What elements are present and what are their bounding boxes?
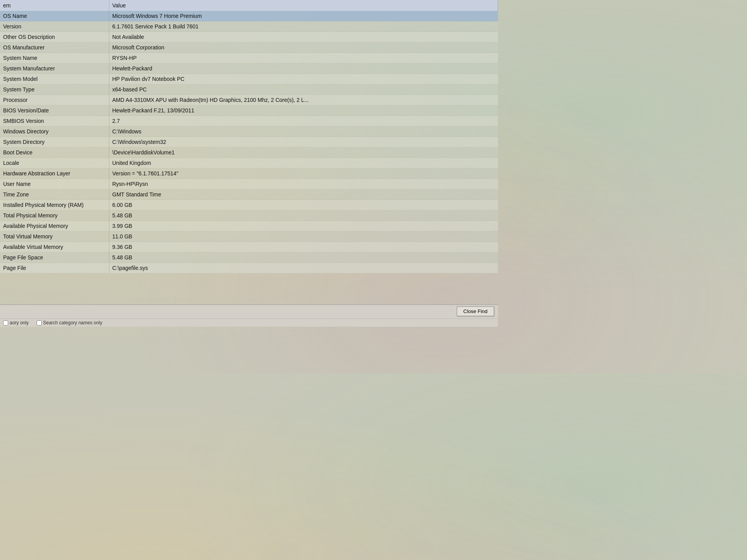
- row-item-label: Page File: [0, 263, 109, 273]
- row-item-label: Version: [0, 21, 109, 32]
- row-item-label: SMBIOS Version: [0, 116, 109, 126]
- search-category-label: Search category names only: [43, 320, 102, 326]
- search-category-checkbox[interactable]: [37, 320, 42, 326]
- table-row: Windows DirectoryC:\Windows: [0, 126, 498, 137]
- row-item-label: OS Name: [0, 11, 109, 21]
- row-item-label: System Directory: [0, 137, 109, 147]
- table-row: OS ManufacturerMicrosoft Corporation: [0, 42, 498, 53]
- find-bar: Close Find: [0, 304, 498, 318]
- aory-label: aory only: [10, 320, 29, 326]
- row-item-label: Locale: [0, 158, 109, 168]
- table-row: Available Virtual Memory9.36 GB: [0, 242, 498, 252]
- row-value: AMD A4-3310MX APU with Radeon(tm) HD Gra…: [109, 95, 498, 105]
- table-row: User NameRysn-HP\Rysn: [0, 179, 498, 189]
- row-value: Not Available: [109, 32, 498, 42]
- table-row: LocaleUnited Kingdom: [0, 158, 498, 168]
- row-item-label: Page File Space: [0, 252, 109, 263]
- row-value: 2.7: [109, 116, 498, 126]
- row-value: 9.36 GB: [109, 242, 498, 252]
- table-row: Total Physical Memory5.48 GB: [0, 210, 498, 221]
- table-row: OS NameMicrosoft Windows 7 Home Premium: [0, 11, 498, 21]
- row-value: Hewlett-Packard: [109, 63, 498, 74]
- table-row: Boot Device\Device\HarddiskVolume1: [0, 147, 498, 158]
- row-value: \Device\HarddiskVolume1: [109, 147, 498, 158]
- table-row: System ModelHP Pavilion dv7 Notebook PC: [0, 74, 498, 84]
- table-header-row: em Value: [0, 0, 498, 11]
- table-body: OS NameMicrosoft Windows 7 Home PremiumV…: [0, 11, 498, 273]
- row-value: Microsoft Windows 7 Home Premium: [109, 11, 498, 21]
- row-value: Rysn-HP\Rysn: [109, 179, 498, 189]
- row-value: RYSN-HP: [109, 53, 498, 63]
- table-row: System NameRYSN-HP: [0, 53, 498, 63]
- table-row: Other OS DescriptionNot Available: [0, 32, 498, 42]
- row-item-label: System Model: [0, 74, 109, 84]
- row-item-label: Hardware Abstraction Layer: [0, 168, 109, 179]
- system-info-table: em Value OS NameMicrosoft Windows 7 Home…: [0, 0, 498, 273]
- checkbox-aory: aory only: [3, 320, 29, 326]
- row-item-label: Processor: [0, 95, 109, 105]
- table-row: Time ZoneGMT Standard Time: [0, 189, 498, 200]
- table-row: Available Physical Memory3.99 GB: [0, 221, 498, 231]
- row-value: 5.48 GB: [109, 252, 498, 263]
- row-value: Hewlett-Packard F.21, 13/09/2011: [109, 105, 498, 116]
- row-item-label: Boot Device: [0, 147, 109, 158]
- row-item-label: Time Zone: [0, 189, 109, 200]
- row-value: C:\pagefile.sys: [109, 263, 498, 273]
- row-value: GMT Standard Time: [109, 189, 498, 200]
- table-row: Page File Space5.48 GB: [0, 252, 498, 263]
- row-value: Microsoft Corporation: [109, 42, 498, 53]
- aory-checkbox[interactable]: [3, 320, 8, 326]
- row-value: C:\Windows: [109, 126, 498, 137]
- row-item-label: BIOS Version/Date: [0, 105, 109, 116]
- row-item-label: Available Physical Memory: [0, 221, 109, 231]
- row-value: 5.48 GB: [109, 210, 498, 221]
- row-item-label: Available Virtual Memory: [0, 242, 109, 252]
- close-find-button[interactable]: Close Find: [457, 306, 494, 316]
- col-value-header: Value: [109, 0, 498, 11]
- table-row: Installed Physical Memory (RAM)6.00 GB: [0, 200, 498, 210]
- table-row: ProcessorAMD A4-3310MX APU with Radeon(t…: [0, 95, 498, 105]
- row-value: 6.1.7601 Service Pack 1 Build 7601: [109, 21, 498, 32]
- table-row: BIOS Version/DateHewlett-Packard F.21, 1…: [0, 105, 498, 116]
- row-item-label: Other OS Description: [0, 32, 109, 42]
- table-row: Total Virtual Memory11.0 GB: [0, 231, 498, 242]
- row-item-label: Total Physical Memory: [0, 210, 109, 221]
- row-item-label: User Name: [0, 179, 109, 189]
- row-item-label: Windows Directory: [0, 126, 109, 137]
- row-value: HP Pavilion dv7 Notebook PC: [109, 74, 498, 84]
- col-item-header: em: [0, 0, 109, 11]
- row-item-label: System Type: [0, 84, 109, 95]
- table-row: Hardware Abstraction LayerVersion = "6.1…: [0, 168, 498, 179]
- row-item-label: System Name: [0, 53, 109, 63]
- row-item-label: Installed Physical Memory (RAM): [0, 200, 109, 210]
- row-value: United Kingdom: [109, 158, 498, 168]
- row-value: 3.99 GB: [109, 221, 498, 231]
- row-value: Version = "6.1.7601.17514": [109, 168, 498, 179]
- row-value: 6.00 GB: [109, 200, 498, 210]
- row-value: C:\Windows\system32: [109, 137, 498, 147]
- table-row: SMBIOS Version2.7: [0, 116, 498, 126]
- table-row: Page FileC:\pagefile.sys: [0, 263, 498, 273]
- main-container: em Value OS NameMicrosoft Windows 7 Home…: [0, 0, 498, 327]
- row-item-label: Total Virtual Memory: [0, 231, 109, 242]
- row-item-label: System Manufacturer: [0, 63, 109, 74]
- row-value: x64-based PC: [109, 84, 498, 95]
- checkbox-search-category: Search category names only: [37, 320, 102, 326]
- row-item-label: OS Manufacturer: [0, 42, 109, 53]
- row-value: 11.0 GB: [109, 231, 498, 242]
- table-row: Version6.1.7601 Service Pack 1 Build 760…: [0, 21, 498, 32]
- table-row: System ManufacturerHewlett-Packard: [0, 63, 498, 74]
- table-row: System DirectoryC:\Windows\system32: [0, 137, 498, 147]
- table-row: System Typex64-based PC: [0, 84, 498, 95]
- system-info-table-area: em Value OS NameMicrosoft Windows 7 Home…: [0, 0, 498, 273]
- status-bar: aory only Search category names only: [0, 318, 498, 327]
